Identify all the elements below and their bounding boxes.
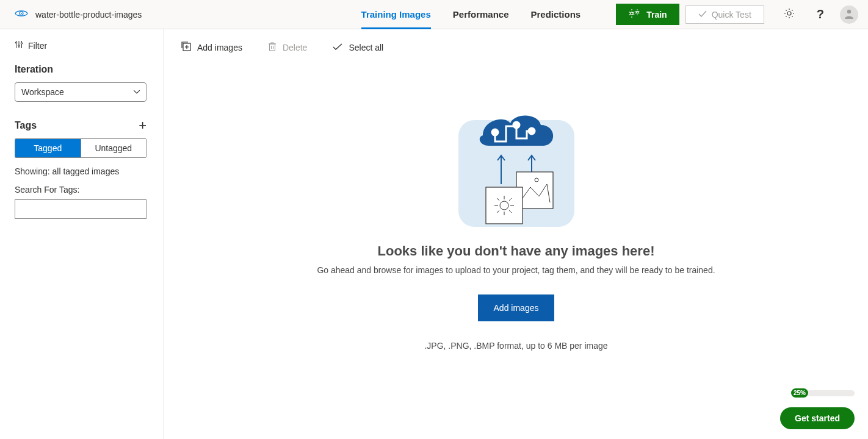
header-bar: water-bottle-product-images Training Ima… xyxy=(0,0,868,29)
project-name: water-bottle-product-images xyxy=(35,10,142,20)
filter-label: Filter xyxy=(28,41,47,51)
search-tags-label: Search For Tags: xyxy=(15,185,149,195)
person-icon xyxy=(843,7,855,21)
user-avatar[interactable] xyxy=(840,5,858,24)
image-toolbar: Add images Delete Select all xyxy=(164,29,868,65)
svg-point-10 xyxy=(18,45,20,47)
tab-training-images[interactable]: Training Images xyxy=(350,0,442,29)
gears-icon xyxy=(628,9,640,20)
add-images-action[interactable]: Add images xyxy=(181,41,242,53)
untagged-segment[interactable]: Untagged xyxy=(81,139,146,157)
iteration-select[interactable]: Workspace xyxy=(15,82,146,102)
search-tags-input[interactable] xyxy=(15,199,146,219)
tab-predictions[interactable]: Predictions xyxy=(520,0,592,29)
add-images-label: Add images xyxy=(197,43,242,52)
empty-subtitle: Go ahead and browse for images to upload… xyxy=(317,265,715,275)
tab-performance[interactable]: Performance xyxy=(442,0,520,29)
add-image-icon xyxy=(181,41,191,53)
delete-label: Delete xyxy=(283,43,307,52)
train-label: Train xyxy=(646,10,667,20)
add-tag-button[interactable]: + xyxy=(139,119,146,132)
sliders-icon xyxy=(15,40,23,51)
nav-tabs: Training Images Performance Predictions xyxy=(350,0,592,29)
svg-point-2 xyxy=(631,12,633,15)
onboarding-progress: 25% xyxy=(791,388,855,398)
train-button[interactable]: Train xyxy=(616,4,679,25)
gear-icon xyxy=(784,8,795,21)
tagged-segment[interactable]: Tagged xyxy=(15,139,81,157)
select-all-label: Select all xyxy=(349,43,383,52)
svg-point-11 xyxy=(21,43,23,45)
showing-text: Showing: all tagged images xyxy=(15,166,149,176)
svg-point-5 xyxy=(847,10,851,13)
check-icon xyxy=(333,43,342,52)
help-button[interactable]: ? xyxy=(813,4,828,25)
svg-point-9 xyxy=(15,42,17,44)
empty-state: Looks like you don't have any images her… xyxy=(164,102,868,351)
quick-test-button[interactable]: Quick Test xyxy=(685,5,764,24)
sidebar: Filter Iteration Workspace Tags + Tagged… xyxy=(0,29,164,439)
delete-action: Delete xyxy=(268,41,307,53)
iteration-heading: Iteration xyxy=(15,64,149,75)
empty-title: Looks like you don't have any images her… xyxy=(378,243,655,259)
check-icon xyxy=(698,10,707,20)
tag-filter-segmented: Tagged Untagged xyxy=(15,138,146,158)
get-started-button[interactable]: Get started xyxy=(780,407,855,429)
filter-toggle[interactable]: Filter xyxy=(15,40,149,51)
svg-point-20 xyxy=(492,129,498,135)
trash-icon xyxy=(268,41,277,53)
svg-point-3 xyxy=(637,11,638,13)
add-images-button[interactable]: Add images xyxy=(478,294,555,321)
question-icon: ? xyxy=(817,7,824,21)
tags-heading: Tags xyxy=(15,120,37,131)
plus-icon: + xyxy=(139,118,146,133)
quick-test-label: Quick Test xyxy=(712,10,751,20)
progress-track xyxy=(807,390,855,396)
svg-rect-27 xyxy=(486,187,523,224)
svg-rect-15 xyxy=(269,44,275,51)
select-all-action[interactable]: Select all xyxy=(333,43,383,52)
progress-percent: 25% xyxy=(791,388,808,398)
main-content: Add images Delete Select all xyxy=(164,29,868,439)
empty-illustration xyxy=(458,102,574,229)
svg-point-1 xyxy=(21,13,22,14)
svg-point-4 xyxy=(787,12,791,15)
empty-hint: .JPG, .PNG, .BMP format, up to 6 MB per … xyxy=(424,341,607,351)
vision-eye-icon xyxy=(15,9,28,20)
settings-button[interactable] xyxy=(780,4,798,24)
